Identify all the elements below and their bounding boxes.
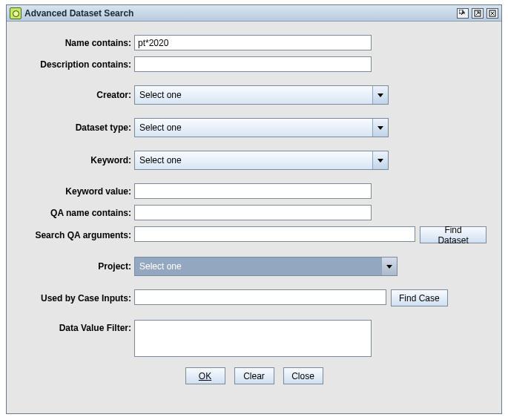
keyword-value-label: Keyword value: (22, 186, 134, 197)
maximize-button[interactable] (472, 8, 484, 19)
close-icon (489, 10, 496, 17)
titlebar: Advanced Dataset Search (7, 5, 501, 22)
form-content: Name contains: Description contains: Cre… (7, 22, 501, 392)
find-dataset-button[interactable]: Find Dataset (420, 226, 486, 243)
keyword-value-input[interactable] (134, 183, 372, 199)
close-window-button[interactable] (486, 8, 498, 19)
dock-icon (459, 10, 466, 17)
advanced-dataset-search-window: Advanced Dataset Search Name contains: D… (6, 4, 502, 414)
case-inputs-input[interactable] (134, 289, 386, 305)
chevron-down-icon (377, 159, 383, 163)
case-inputs-label: Used by Case Inputs: (22, 293, 134, 303)
action-buttons: OK Clear Close (22, 367, 486, 384)
window-title: Advanced Dataset Search (24, 8, 457, 19)
qa-args-input[interactable] (134, 226, 415, 242)
creator-combo-button[interactable] (372, 86, 388, 104)
dataset-type-combo-text: Select one (139, 122, 372, 133)
keyword-combo-text: Select one (139, 155, 372, 165)
description-input[interactable] (134, 56, 372, 72)
creator-combo-text: Select one (139, 90, 372, 100)
dataset-type-combo-button[interactable] (372, 119, 388, 137)
maximize-icon (474, 10, 481, 17)
qa-args-label: Search QA arguments: (22, 230, 134, 240)
keyword-combo-button[interactable] (372, 151, 388, 169)
dataset-type-label: Dataset type: (22, 122, 134, 133)
name-label: Name contains: (22, 38, 134, 48)
chevron-down-icon (386, 265, 392, 269)
keyword-combo[interactable]: Select one (134, 151, 389, 170)
ok-button[interactable]: OK (185, 367, 225, 384)
qa-name-label: QA name contains: (22, 208, 134, 218)
name-input[interactable] (134, 35, 372, 50)
project-combo[interactable]: Select one (134, 257, 398, 276)
qa-name-input[interactable] (134, 205, 372, 220)
creator-combo[interactable]: Select one (134, 85, 389, 105)
keyword-label: Keyword: (22, 155, 134, 165)
chevron-down-icon (377, 126, 383, 130)
chevron-down-icon (377, 93, 383, 97)
description-label: Description contains: (22, 59, 134, 70)
data-value-filter-input[interactable] (134, 320, 372, 357)
project-label: Project: (22, 261, 134, 272)
find-case-button[interactable]: Find Case (391, 289, 448, 306)
creator-label: Creator: (22, 90, 134, 100)
app-icon (10, 7, 22, 19)
project-combo-text: Select one (139, 261, 381, 272)
clear-button[interactable]: Clear (234, 367, 274, 384)
minimize-internal-button[interactable] (457, 8, 469, 19)
close-button[interactable]: Close (283, 367, 323, 384)
dataset-type-combo[interactable]: Select one (134, 118, 389, 137)
project-combo-button[interactable] (381, 257, 397, 275)
data-value-filter-label: Data Value Filter: (22, 320, 134, 333)
